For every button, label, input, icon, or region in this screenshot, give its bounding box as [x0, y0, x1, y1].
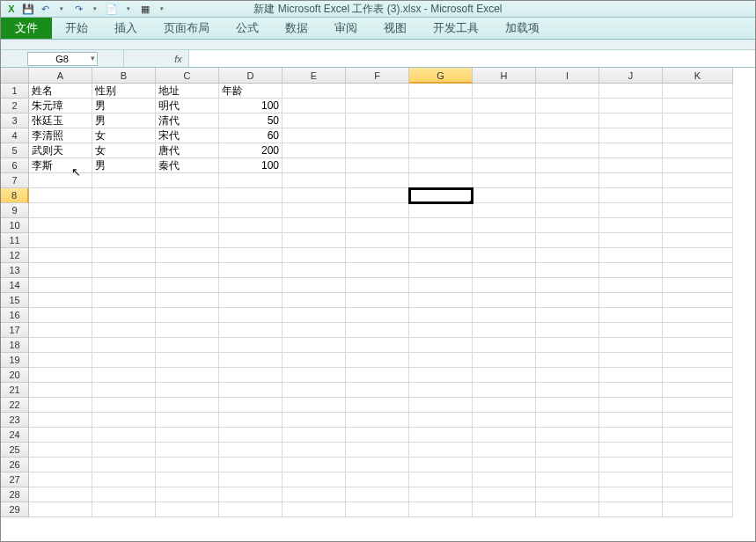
cell[interactable] — [663, 398, 733, 413]
cell[interactable] — [409, 99, 473, 114]
cell[interactable] — [663, 413, 733, 428]
cell[interactable] — [409, 338, 473, 353]
column-header[interactable]: E — [283, 68, 346, 84]
row-header[interactable]: 21 — [1, 383, 29, 398]
cell[interactable] — [29, 218, 92, 233]
cell[interactable] — [346, 428, 409, 443]
cell[interactable] — [219, 293, 283, 308]
cell[interactable] — [599, 218, 663, 233]
cell[interactable] — [156, 487, 219, 502]
cell[interactable]: 朱元璋 — [29, 99, 92, 114]
spreadsheet-grid[interactable]: ABCDEFGHIJK 1姓名性别地址年龄2朱元璋男明代1003张廷玉男清代50… — [1, 68, 755, 517]
undo-icon[interactable]: ↶ — [38, 2, 52, 16]
cell[interactable] — [92, 413, 156, 428]
cell[interactable] — [473, 353, 536, 368]
cell[interactable] — [663, 353, 733, 368]
cell[interactable] — [473, 248, 536, 263]
cell[interactable] — [346, 293, 409, 308]
cell[interactable] — [219, 233, 283, 248]
cell[interactable] — [473, 278, 536, 293]
cell[interactable] — [219, 353, 283, 368]
cell[interactable] — [473, 173, 536, 188]
cell[interactable]: 姓名 — [29, 84, 92, 99]
row-header[interactable]: 29 — [1, 502, 29, 517]
cell[interactable] — [219, 487, 283, 502]
cell[interactable] — [536, 158, 599, 173]
cell[interactable] — [409, 158, 473, 173]
cell[interactable] — [283, 413, 346, 428]
cell[interactable] — [663, 143, 733, 158]
cell[interactable] — [409, 233, 473, 248]
cell[interactable] — [346, 99, 409, 114]
cell[interactable] — [283, 173, 346, 188]
cell[interactable] — [283, 188, 346, 203]
cell[interactable] — [283, 487, 346, 502]
cell[interactable] — [409, 383, 473, 398]
cell[interactable] — [92, 248, 156, 263]
redo-dropdown-icon[interactable]: ▾ — [88, 2, 102, 16]
cell[interactable] — [283, 233, 346, 248]
cell[interactable] — [599, 323, 663, 338]
cell[interactable] — [92, 233, 156, 248]
cell[interactable] — [92, 263, 156, 278]
cell[interactable] — [29, 188, 92, 203]
cell[interactable] — [29, 458, 92, 472]
cell[interactable] — [663, 308, 733, 323]
cell[interactable] — [409, 278, 473, 293]
cell[interactable] — [29, 263, 92, 278]
column-header[interactable]: F — [346, 68, 409, 84]
cell[interactable] — [473, 293, 536, 308]
cell[interactable] — [409, 173, 473, 188]
cell[interactable] — [599, 398, 663, 413]
cell[interactable] — [346, 248, 409, 263]
cell[interactable] — [92, 368, 156, 383]
cell[interactable] — [156, 323, 219, 338]
cell[interactable] — [219, 308, 283, 323]
cell[interactable] — [346, 143, 409, 158]
row-header[interactable]: 6 — [1, 158, 29, 173]
column-header[interactable]: A — [29, 68, 92, 84]
cell[interactable] — [536, 173, 599, 188]
cell[interactable]: 年龄 — [219, 84, 283, 99]
cell[interactable] — [156, 218, 219, 233]
cell[interactable] — [346, 398, 409, 413]
cell[interactable] — [536, 248, 599, 263]
cell[interactable] — [92, 323, 156, 338]
file-tab[interactable]: 文件 — [1, 18, 52, 39]
cell[interactable] — [346, 203, 409, 218]
cell[interactable] — [156, 472, 219, 487]
cell[interactable] — [409, 293, 473, 308]
row-header[interactable]: 19 — [1, 353, 29, 368]
cell[interactable] — [599, 428, 663, 443]
cell[interactable] — [92, 472, 156, 487]
qat-dropdown-1[interactable]: ▾ — [121, 2, 136, 16]
row-header[interactable]: 1 — [1, 84, 29, 99]
ribbon-tab[interactable]: 加载项 — [492, 18, 553, 39]
cell[interactable] — [29, 323, 92, 338]
cell[interactable] — [409, 143, 473, 158]
cell[interactable] — [473, 203, 536, 218]
cell[interactable] — [219, 323, 283, 338]
cell[interactable] — [473, 128, 536, 143]
cell[interactable] — [599, 353, 663, 368]
cell[interactable] — [536, 308, 599, 323]
column-header[interactable]: K — [663, 68, 733, 84]
cell[interactable] — [29, 413, 92, 428]
ribbon-tab[interactable]: 公式 — [223, 18, 272, 39]
cell[interactable] — [473, 84, 536, 99]
cell[interactable]: 200 — [219, 143, 283, 158]
cell[interactable] — [283, 293, 346, 308]
cell[interactable] — [29, 248, 92, 263]
cell[interactable] — [536, 502, 599, 517]
cell[interactable]: 女 — [92, 143, 156, 158]
cell[interactable] — [346, 128, 409, 143]
cell[interactable] — [536, 428, 599, 443]
cell[interactable] — [156, 203, 219, 218]
cell[interactable] — [219, 502, 283, 517]
fx-icon[interactable]: fx — [168, 50, 189, 67]
cell[interactable] — [29, 383, 92, 398]
cell[interactable] — [409, 323, 473, 338]
cell[interactable] — [599, 443, 663, 458]
cell[interactable] — [219, 458, 283, 472]
cell[interactable] — [346, 338, 409, 353]
